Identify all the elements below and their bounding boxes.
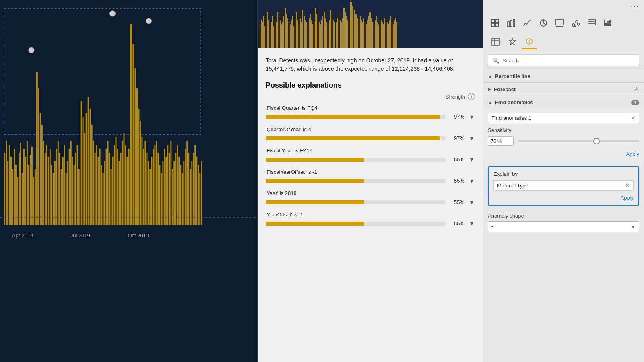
- svg-rect-184: [326, 22, 327, 48]
- svg-rect-90: [151, 157, 152, 225]
- explanation-pct-3: 55%: [449, 178, 464, 184]
- svg-rect-25: [43, 141, 44, 225]
- svg-rect-249: [556, 19, 563, 25]
- svg-rect-27: [46, 145, 47, 225]
- sensitivity-value: 70: [491, 138, 496, 144]
- svg-rect-83: [140, 121, 141, 225]
- svg-rect-73: [122, 141, 123, 225]
- anomaly-shape-select-wrapper: • ▲ ■: [488, 221, 639, 232]
- svg-rect-88: [148, 161, 149, 225]
- format-tool-btn[interactable]: [505, 34, 520, 49]
- svg-rect-215: [382, 22, 383, 48]
- viz-icon-3[interactable]: [520, 16, 535, 30]
- svg-rect-121: [201, 161, 202, 225]
- search-input[interactable]: [502, 58, 635, 64]
- viz-icon-1[interactable]: [488, 16, 502, 30]
- explanation-label-0: 'Fiscal Quarter' is FQ4: [266, 105, 475, 111]
- svg-rect-10: [19, 153, 20, 225]
- percentile-line-label: Percentile line: [495, 73, 639, 79]
- explanation-pct-4: 55%: [449, 199, 464, 205]
- viz-icon-8[interactable]: [601, 16, 615, 30]
- viz-icon-7[interactable]: [584, 16, 599, 30]
- svg-rect-2: [6, 141, 7, 225]
- svg-rect-186: [329, 20, 330, 48]
- svg-rect-204: [368, 16, 369, 48]
- svg-rect-110: [183, 161, 184, 225]
- svg-rect-157: [292, 16, 293, 48]
- info-icon[interactable]: i: [468, 93, 475, 100]
- svg-rect-66: [111, 169, 112, 225]
- analytics-tool-btn[interactable]: [522, 34, 537, 49]
- find-anomalies-header[interactable]: ▲ Find anomalies 1: [483, 96, 644, 109]
- svg-rect-183: [325, 18, 326, 48]
- find-anomalies-apply-button[interactable]: Apply: [488, 150, 639, 159]
- svg-rect-91: [153, 149, 154, 225]
- explain-by-apply-button[interactable]: Apply: [620, 195, 634, 201]
- svg-rect-149: [282, 22, 283, 48]
- table-tool-btn[interactable]: [488, 34, 503, 49]
- svg-rect-154: [289, 22, 289, 48]
- svg-point-252: [576, 21, 578, 23]
- svg-rect-185: [328, 24, 328, 48]
- svg-rect-74: [124, 133, 125, 225]
- dots-menu[interactable]: ···: [631, 2, 639, 11]
- viz-icon-6[interactable]: [568, 16, 583, 30]
- explanation-bar-bg-4: [266, 200, 445, 204]
- anomaly-shape-select[interactable]: • ▲ ■: [488, 221, 639, 232]
- svg-rect-144: [276, 22, 277, 48]
- explain-by-tag-label: Material Type: [497, 183, 625, 189]
- svg-rect-172: [311, 20, 312, 48]
- svg-rect-193: [354, 10, 355, 48]
- chart-area: Apr 2019 Jul 2019 Oct 2019: [0, 0, 257, 241]
- viz-icon-5[interactable]: [552, 16, 567, 30]
- tool-row: [483, 33, 644, 51]
- left-chart-panel: Apr 2019 Jul 2019 Oct 2019: [0, 0, 258, 362]
- svg-point-268: [529, 42, 530, 43]
- svg-rect-53: [90, 109, 91, 225]
- svg-rect-70: [117, 149, 118, 225]
- svg-rect-80: [134, 68, 136, 225]
- svg-rect-54: [91, 125, 93, 225]
- svg-rect-17: [30, 155, 31, 225]
- sensitivity-slider-thumb[interactable]: [593, 138, 600, 144]
- svg-rect-212: [378, 24, 379, 48]
- viz-icon-4[interactable]: [536, 16, 551, 30]
- explanation-chevron-3[interactable]: ▾: [469, 177, 475, 185]
- explanation-pct-5: 55%: [449, 220, 464, 226]
- find-anomalies-tag-clear[interactable]: ✕: [631, 115, 636, 121]
- explanation-chevron-0[interactable]: ▾: [469, 113, 475, 121]
- viz-icon-2[interactable]: [504, 16, 518, 30]
- explanation-row-0: 'Fiscal Quarter' is FQ4 97% ▾: [266, 105, 475, 121]
- explain-by-tag-clear[interactable]: ✕: [625, 182, 630, 189]
- svg-rect-214: [381, 20, 382, 48]
- explanation-row-4: 'Year' is 2019 55% ▾: [266, 190, 475, 206]
- svg-rect-198: [361, 20, 362, 48]
- svg-rect-41: [69, 149, 70, 225]
- svg-rect-135: [264, 26, 265, 48]
- explanation-chevron-1[interactable]: ▾: [469, 134, 475, 142]
- svg-rect-171: [310, 14, 311, 48]
- svg-rect-111: [185, 149, 186, 225]
- svg-rect-24: [41, 125, 43, 225]
- svg-rect-141: [272, 16, 273, 48]
- svg-rect-229: [337, 18, 338, 48]
- middle-panel: Total Defects was unexpectedly high on O…: [258, 0, 483, 362]
- svg-rect-63: [106, 149, 107, 225]
- svg-rect-5: [10, 157, 12, 225]
- svg-rect-84: [141, 137, 142, 225]
- svg-rect-147: [280, 20, 281, 48]
- svg-rect-189: [333, 20, 334, 48]
- forecast-label: Forecast: [494, 86, 632, 93]
- svg-rect-49: [83, 117, 84, 225]
- explanation-chevron-4[interactable]: ▾: [469, 198, 475, 206]
- search-box[interactable]: 🔍: [488, 54, 639, 66]
- forecast-header[interactable]: ▶ Forecast ⚠: [483, 83, 644, 96]
- svg-rect-4: [9, 145, 10, 225]
- svg-rect-118: [196, 157, 197, 225]
- svg-rect-69: [116, 137, 117, 225]
- svg-rect-42: [70, 141, 72, 225]
- find-anomalies-label: Find anomalies: [495, 99, 629, 105]
- explanation-chevron-2[interactable]: ▾: [469, 156, 475, 163]
- explanation-chevron-5[interactable]: ▾: [469, 220, 475, 227]
- percentile-line-header[interactable]: ▲ Percentile line: [483, 70, 644, 82]
